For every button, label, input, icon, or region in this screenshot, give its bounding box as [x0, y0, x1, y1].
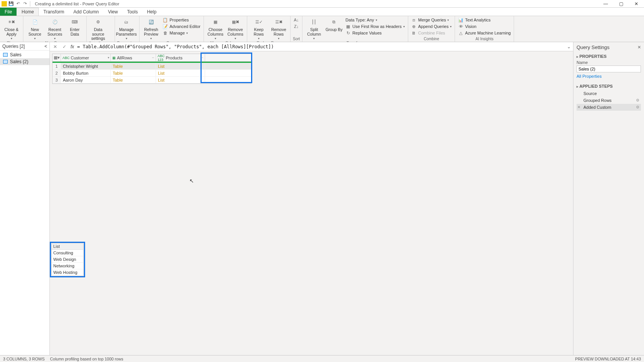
recent-sources-button[interactable]: 🕘Recent Sources	[46, 17, 64, 41]
table-row[interactable]: 1 Christopher Wright Table List	[53, 63, 251, 70]
close-button[interactable]: ✕	[629, 0, 644, 8]
data-type-button[interactable]: Data Type: Any	[345, 17, 405, 23]
query-name-input[interactable]	[577, 66, 641, 72]
append-icon: ⊕	[411, 24, 417, 29]
column-header-products[interactable]: ABC123Products↔	[156, 54, 205, 61]
cursor-icon: ↖	[189, 178, 194, 184]
undo-icon[interactable]: ↶	[15, 1, 21, 7]
combine-files-button: 🗎Combine Files	[411, 30, 453, 36]
window-title: Creating a delimited list - Power Query …	[35, 2, 119, 6]
manage-button[interactable]: 🗑Manage	[162, 30, 201, 36]
split-column-button[interactable]: ⎮⎮Split Column	[305, 17, 323, 41]
first-row-headers-button[interactable]: ▦Use First Row as Headers	[345, 23, 405, 29]
applied-steps-header[interactable]: APPLIED STEPS	[577, 84, 641, 88]
redo-icon[interactable]: ↷	[22, 1, 28, 7]
azure-ml-button[interactable]: △Azure Machine Learning	[457, 30, 511, 36]
filter-icon[interactable]: ▾	[108, 56, 109, 59]
group-combine: Combine	[411, 36, 453, 42]
ribbon: ✳✖Close & Apply Close 📄New Source 🕘Recen…	[0, 16, 644, 42]
keep-rows-icon: ☰✓	[253, 18, 264, 27]
advanced-editor-button[interactable]: 📝Advanced Editor	[162, 23, 201, 29]
preview-row: Consulting	[52, 250, 83, 256]
remove-rows-icon: ☰✖	[273, 18, 284, 27]
preview-row: Web Hosting	[52, 269, 83, 276]
properties-icon: 📋	[163, 17, 168, 23]
new-source-icon: 📄	[30, 18, 40, 27]
all-properties-link[interactable]: All Properties	[577, 74, 641, 79]
cell-preview-panel: List Consulting Web Design Networking We…	[51, 243, 84, 276]
settings-icon: ⚙	[93, 18, 104, 27]
expand-icon[interactable]: ↔	[151, 56, 154, 59]
tab-help[interactable]: Help	[142, 8, 161, 16]
applied-step[interactable]: Source	[577, 90, 641, 97]
expand-formula-icon[interactable]: ⌄	[567, 44, 571, 49]
formula-input[interactable]	[77, 44, 564, 49]
save-icon[interactable]: 💾	[8, 1, 14, 7]
query-item[interactable]: Sales	[0, 51, 49, 58]
query-item[interactable]: Sales (2)	[0, 58, 49, 65]
merge-queries-button[interactable]: ⧈Merge Queries	[411, 17, 453, 23]
remove-columns-button[interactable]: ▦✖Remove Columns	[226, 17, 245, 41]
fx-icon[interactable]: fx	[71, 44, 74, 49]
enter-data-icon: ⌨	[69, 18, 80, 27]
maximize-button[interactable]: ▢	[613, 0, 629, 8]
keep-rows-button[interactable]: ☰✓Keep Rows	[250, 17, 268, 41]
manage-parameters-button[interactable]: 🗂Manage Parameters	[117, 17, 136, 41]
close-apply-button[interactable]: ✳✖Close & Apply	[2, 17, 21, 41]
azure-ml-icon: △	[458, 30, 463, 36]
preview-row: Web Design	[52, 256, 83, 263]
minimize-button[interactable]: —	[598, 0, 613, 8]
tab-tools[interactable]: Tools	[122, 8, 142, 16]
tab-add-column[interactable]: Add Column	[69, 8, 104, 16]
close-settings-icon[interactable]: ✕	[637, 45, 641, 50]
column-header-allrows[interactable]: ▦AllRows↔	[111, 54, 156, 61]
close-apply-icon: ✳✖	[6, 18, 17, 27]
text-analytics-button[interactable]: 📊Text Analytics	[457, 17, 511, 23]
advanced-editor-icon: 📝	[163, 24, 168, 29]
data-grid[interactable]: ▦▾ ABCCustomer▾ ▦AllRows↔ ABC123Products…	[52, 54, 251, 84]
delete-step-icon[interactable]: ✕	[577, 105, 580, 109]
sort-desc-icon: Z↓	[294, 24, 299, 29]
properties-header[interactable]: PROPERTIES	[577, 54, 641, 59]
tab-home[interactable]: Home	[16, 8, 39, 16]
vision-button[interactable]: 👁Vision	[457, 23, 511, 29]
append-queries-button[interactable]: ⊕Append Queries	[411, 23, 453, 29]
enter-data-button[interactable]: ⌨Enter Data	[66, 17, 84, 36]
manage-icon: 🗑	[163, 30, 168, 36]
data-source-settings-button[interactable]: ⚙Data source settings	[89, 17, 107, 41]
tab-file[interactable]: File	[0, 8, 16, 16]
gear-icon[interactable]: ⚙	[636, 98, 639, 102]
remove-rows-button[interactable]: ☰✖Remove Rows	[269, 17, 288, 41]
title-bar: 💾 ↶ ↷ Creating a delimited list - Power …	[0, 0, 644, 8]
collapse-queries-icon[interactable]: <	[44, 44, 47, 49]
commit-formula-icon[interactable]: ✓	[61, 44, 67, 49]
row-header-corner[interactable]: ▦▾	[53, 54, 61, 61]
sort-asc-button[interactable]: A↓	[293, 17, 300, 23]
ribbon-tabs: File Home Transform Add Column View Tool…	[0, 8, 644, 16]
group-by-button[interactable]: ⧉Group By	[325, 17, 343, 32]
column-header-customer[interactable]: ABCCustomer▾	[61, 54, 111, 61]
table-row[interactable]: 3 Aaron Day Table List	[53, 77, 251, 84]
expand-icon[interactable]: ↔	[200, 56, 204, 59]
new-source-button[interactable]: 📄New Source	[26, 17, 44, 41]
tab-transform[interactable]: Transform	[39, 8, 69, 16]
tab-view[interactable]: View	[104, 8, 123, 16]
gear-icon[interactable]: ⚙	[636, 105, 639, 109]
preview-row: Networking	[52, 263, 83, 269]
applied-step[interactable]: Grouped Rows⚙	[577, 97, 641, 104]
status-profiling: Column profiling based on top 1000 rows	[50, 357, 123, 361]
sort-desc-button[interactable]: Z↓	[293, 23, 300, 29]
properties-button[interactable]: 📋Properties	[162, 17, 201, 23]
applied-step[interactable]: ✕Added Custom⚙	[577, 104, 641, 111]
replace-values-button[interactable]: ↻Replace Values	[345, 30, 405, 36]
refresh-preview-button[interactable]: 🔄Refresh Preview	[142, 17, 160, 41]
table-row[interactable]: 2 Bobby Burton Table List	[53, 70, 251, 77]
combine-files-icon: 🗎	[411, 30, 417, 36]
text-type-icon: ABC	[62, 56, 70, 60]
formula-bar: ✕ ✓ fx ⌄	[50, 42, 573, 51]
grid-area: ▦▾ ABCCustomer▾ ▦AllRows↔ ABC123Products…	[50, 51, 573, 86]
queries-title: Queries [2]	[2, 44, 25, 49]
replace-icon: ↻	[345, 30, 351, 36]
choose-columns-button[interactable]: ▦Choose Columns	[206, 17, 225, 41]
cancel-formula-icon[interactable]: ✕	[52, 44, 58, 49]
